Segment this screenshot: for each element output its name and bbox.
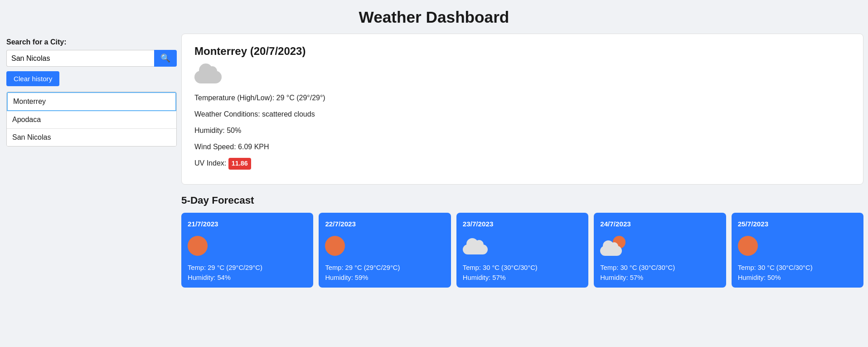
forecast-humidity-5: Humidity: 50% [738,274,857,281]
forecast-icon-4 [600,234,719,258]
forecast-temp-4: Temp: 30 °C (30°C/30°C) [600,264,719,271]
forecast-date-3: 23/7/2023 [463,220,582,228]
current-weather-card: Monterrey (20/7/2023) Temperature (High/… [181,34,863,185]
conditions-detail: Weather Conditions: scattered clouds [194,109,850,120]
forecast-section: 5-Day Forecast 21/7/2023 Temp: 29 °C (29… [181,195,863,288]
sun-icon-5 [738,236,758,256]
history-item-san-nicolas[interactable]: San Nicolas [7,129,176,146]
temperature-detail: Temperature (High/Low): 29 °C (29°/29°) [194,93,850,103]
forecast-icon-2 [325,234,444,258]
clear-history-button[interactable]: Clear history [6,71,59,86]
forecast-humidity-1: Humidity: 54% [188,274,307,281]
forecast-humidity-4: Humidity: 57% [600,274,719,281]
main-layout: Search for a City: 🔍 Clear history Monte… [0,34,868,297]
forecast-cards: 21/7/2023 Temp: 29 °C (29°C/29°C) Humidi… [181,213,863,288]
forecast-card-2: 22/7/2023 Temp: 29 °C (29°C/29°C) Humidi… [319,213,451,288]
page-title: Weather Dashboard [0,0,868,34]
city-title: Monterrey (20/7/2023) [194,45,850,58]
uv-index-detail: UV Index: 11.86 [194,158,850,170]
sidebar: Search for a City: 🔍 Clear history Monte… [5,34,181,151]
sun-icon-2 [325,236,345,256]
search-label: Search for a City: [6,38,177,46]
history-item-apodaca[interactable]: Apodaca [7,111,176,129]
weather-icon-area [194,63,850,85]
wind-speed-detail: Wind Speed: 6.09 KPH [194,142,850,152]
forecast-date-5: 25/7/2023 [738,220,857,228]
forecast-humidity-2: Humidity: 59% [325,274,444,281]
uv-label: UV Index: [194,159,226,167]
forecast-temp-2: Temp: 29 °C (29°C/29°C) [325,264,444,271]
cloud-icon-white-3 [463,237,490,254]
search-icon: 🔍 [160,54,170,63]
forecast-temp-5: Temp: 30 °C (30°C/30°C) [738,264,857,271]
forecast-date-2: 22/7/2023 [325,220,444,228]
forecast-icon-3 [463,234,582,258]
forecast-temp-3: Temp: 30 °C (30°C/30°C) [463,264,582,271]
forecast-icon-5 [738,234,857,258]
forecast-icon-1 [188,234,307,258]
cloud-icon [194,63,226,83]
forecast-card-5: 25/7/2023 Temp: 30 °C (30°C/30°C) Humidi… [732,213,863,288]
forecast-date-4: 24/7/2023 [600,220,719,228]
partly-cloudy-icon-4 [600,236,627,256]
forecast-temp-1: Temp: 29 °C (29°C/29°C) [188,264,307,271]
sun-icon [188,236,208,256]
humidity-detail: Humidity: 50% [194,125,850,136]
forecast-card-4: 24/7/2023 Temp: 30 °C (30°C/30°C) Humidi… [594,213,726,288]
forecast-date-1: 21/7/2023 [188,220,307,228]
history-list: Monterrey Apodaca San Nicolas [6,92,177,147]
content-area: Monterrey (20/7/2023) Temperature (High/… [181,34,863,292]
forecast-humidity-3: Humidity: 57% [463,274,582,281]
search-row: 🔍 [6,50,177,67]
history-item-monterrey[interactable]: Monterrey [7,92,176,111]
forecast-title: 5-Day Forecast [181,195,863,206]
search-button[interactable]: 🔍 [154,50,177,67]
forecast-card-3: 23/7/2023 Temp: 30 °C (30°C/30°C) Humidi… [456,213,588,288]
forecast-card-1: 21/7/2023 Temp: 29 °C (29°C/29°C) Humidi… [181,213,313,288]
search-input[interactable] [6,50,154,67]
uv-badge: 11.86 [228,158,251,170]
